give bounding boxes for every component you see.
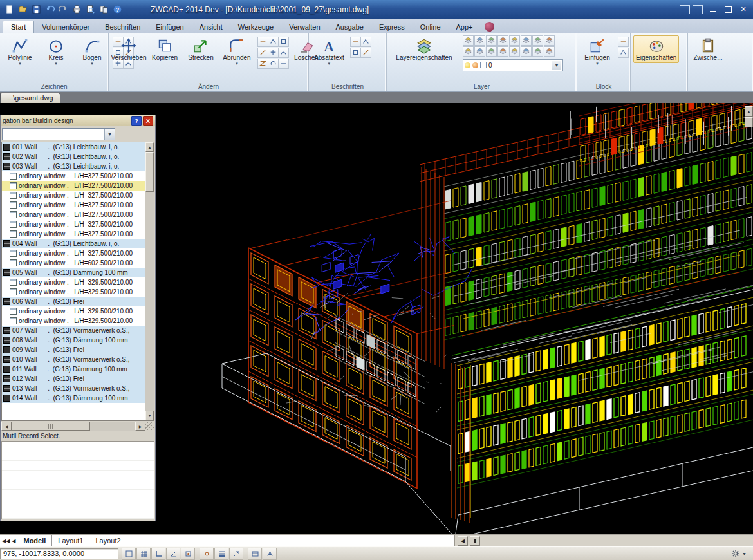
list-item-window[interactable]: ordinary window . L/H=327.500/210.00	[2, 200, 145, 210]
minimize-button[interactable]	[705, 5, 720, 15]
tool-icon[interactable]	[278, 59, 289, 69]
model-toggle[interactable]	[248, 548, 262, 560]
undo-icon[interactable]	[43, 4, 56, 15]
document-tab[interactable]: ...\gesamt.dwg	[0, 93, 60, 103]
scroll-left-icon[interactable]: ◀	[458, 536, 468, 546]
tab-beschriften[interactable]: Beschriften	[97, 21, 148, 33]
tab-werkzeuge[interactable]: Werkzeuge	[230, 21, 281, 33]
help-icon[interactable]: ?	[111, 4, 124, 15]
scroll-right-icon[interactable]: ▶	[135, 422, 145, 431]
canvas-hscroll-buttons[interactable]: ◀ ▮	[455, 535, 483, 546]
scroll-thumb[interactable]	[12, 422, 90, 431]
layer-tool-icon[interactable]	[532, 46, 543, 57]
list-item-window[interactable]: ordinary window . L/H=602.500/210.00	[2, 258, 145, 268]
layout-tab-layout2[interactable]: Layout2	[89, 535, 127, 546]
scroll-down-icon[interactable]: ▼	[145, 411, 154, 420]
list-item-wall[interactable]: 002 Wall . (G:13) Leichtbauw. i, o.	[2, 152, 145, 162]
canvas-scrollbar[interactable]: ▲	[745, 106, 753, 127]
tab-ausgabe[interactable]: Ausgabe	[328, 21, 371, 33]
palette-titlebar[interactable]: gation bar Buildin design ? X	[1, 115, 155, 126]
layer-tool-icon[interactable]	[509, 35, 520, 46]
tool-icon[interactable]	[268, 59, 279, 69]
layer-tool-icon[interactable]	[486, 35, 497, 46]
tool-icon[interactable]	[278, 37, 289, 47]
layer-tool-icon[interactable]	[474, 35, 485, 46]
tab-app-[interactable]: App+	[449, 21, 481, 33]
tool-icon[interactable]	[350, 48, 361, 58]
tool-icon[interactable]	[257, 59, 268, 69]
circle-button[interactable]: Kreis ▾	[39, 35, 73, 68]
scroll-thumb[interactable]	[745, 117, 753, 127]
scroll-thumb[interactable]	[145, 152, 154, 192]
maximize-button[interactable]	[721, 5, 735, 15]
new-icon[interactable]	[3, 4, 15, 15]
tool-icon[interactable]	[257, 37, 268, 47]
redo-icon[interactable]	[57, 4, 70, 15]
list-item-window[interactable]: ordinary window . L/H=327.500/210.00	[2, 171, 145, 181]
list-item-wall[interactable]: 006 Wall . (G:13) Frei	[2, 297, 145, 306]
tool-icon[interactable]	[257, 48, 268, 58]
list-item-wall[interactable]: 003 Wall . (G:13) Leichtbauw. i, o.	[2, 162, 145, 171]
layout-tab-layout1[interactable]: Layout1	[52, 535, 89, 546]
list-item-window[interactable]: ordinary window . L/H=329.500/210.00	[2, 287, 145, 297]
layer-tool-icon[interactable]	[486, 46, 497, 57]
layer-tool-icon[interactable]	[521, 35, 532, 46]
scroll-left-icon[interactable]: ◀	[1, 422, 12, 431]
stretch-button[interactable]: Strecken	[183, 35, 218, 63]
layer-tool-icon[interactable]	[521, 46, 532, 57]
tab-verwalten[interactable]: Verwalten	[281, 21, 328, 33]
copy-button[interactable]: Kopieren	[147, 35, 182, 63]
tab-volumenk-rper[interactable]: Volumenkörper	[34, 21, 97, 33]
layer-properties-button[interactable]: Layereigenschaften	[389, 35, 459, 63]
list-item-window[interactable]: ordinary window . L/H=329.500/210.00	[2, 277, 145, 287]
ortho-toggle[interactable]	[151, 548, 165, 560]
dyn-toggle[interactable]	[229, 548, 243, 560]
list-item-wall[interactable]: 004 Wall . (G:13) Leichtbauw. i, o.	[2, 239, 145, 248]
chevron-down-icon[interactable]: ▼	[552, 61, 561, 70]
list-item-wall[interactable]: 009 Wall . (G:13) Frei	[2, 345, 145, 355]
layer-tool-icon[interactable]	[509, 46, 520, 57]
chevron-down-icon[interactable]: ▼	[104, 129, 115, 140]
list-item-window[interactable]: ordinary window . L/H=329.500/210.00	[2, 316, 145, 326]
layer-tool-icon[interactable]	[497, 46, 508, 57]
clipboard-button[interactable]: Zwische...	[691, 35, 725, 63]
annotation-toggle[interactable]	[263, 548, 277, 560]
lwt-toggle[interactable]	[214, 548, 228, 560]
filter-dropdown[interactable]: ------ ▼	[2, 128, 115, 140]
snap-toggle[interactable]	[122, 548, 136, 560]
tool-icon[interactable]	[350, 37, 361, 47]
palette-vscrollbar[interactable]: ▲ ▼	[145, 142, 154, 420]
palette-close-button[interactable]: X	[143, 116, 153, 126]
tab-ansicht[interactable]: Ansicht	[192, 21, 230, 33]
palette-help-button[interactable]: ?	[131, 116, 142, 126]
first-layout-icon[interactable]: ◀◀	[2, 538, 10, 544]
list-item-wall[interactable]: 012 Wall . (G:13) Frei	[2, 374, 145, 384]
chevron-down-icon[interactable]: ▼	[742, 552, 747, 556]
layer-tool-icon[interactable]	[544, 35, 555, 46]
tool-icon[interactable]	[268, 48, 279, 58]
tool-icon[interactable]	[360, 48, 371, 58]
move-button[interactable]: Verschieben	[111, 35, 146, 63]
layer-tool-icon[interactable]	[474, 46, 485, 57]
grid-toggle[interactable]	[136, 548, 151, 560]
tab-online[interactable]: Online	[413, 21, 449, 33]
statusbar-settings[interactable]: ▼	[731, 549, 753, 558]
tool-icon[interactable]	[268, 37, 279, 47]
scroll-up-icon[interactable]: ▲	[145, 142, 154, 152]
tool-icon[interactable]	[618, 37, 629, 47]
preview-icon[interactable]	[84, 4, 97, 15]
save-icon[interactable]	[30, 4, 42, 15]
palette-hscrollbar[interactable]: ◀ ▶	[1, 422, 154, 431]
list-item-wall[interactable]: 014 Wall . (G:13) Dämmung 100 mm	[2, 393, 145, 403]
scroll-thumb[interactable]: ▮	[470, 536, 480, 546]
polar-toggle[interactable]	[166, 548, 180, 560]
insert-block-button[interactable]: Einfügen ▾	[580, 35, 615, 68]
tab-start[interactable]: Start	[3, 21, 34, 33]
layer-tool-icon[interactable]	[463, 35, 474, 46]
list-item-wall[interactable]: 013 Wall . (G:13) Vormauerwerk o.S.,	[2, 384, 145, 393]
list-item-wall[interactable]: 005 Wall . (G:13) Dämmung 100 mm	[2, 268, 145, 277]
fillet-button[interactable]: Abrunden ▾	[219, 35, 254, 68]
list-item-window[interactable]: ordinary window . L/H=327.500/210.00	[2, 219, 145, 229]
tool-icon[interactable]	[618, 48, 629, 58]
esnap-toggle[interactable]	[181, 548, 195, 560]
